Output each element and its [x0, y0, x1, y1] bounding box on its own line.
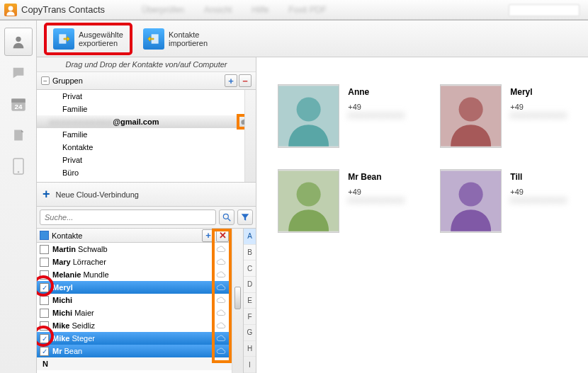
contact-card[interactable]: Meryl+49 0000000000: [440, 84, 581, 148]
titlebar: CopyTrans Contacts ÜberprüfenAnsichtHilf…: [0, 0, 588, 20]
card-name: Anne: [348, 87, 419, 97]
top-search-blurred: [509, 4, 579, 16]
row-checkbox[interactable]: ✓: [40, 283, 49, 292]
cloud-icon: [216, 322, 229, 329]
contact-name: Mike Seidliz: [52, 321, 213, 330]
card-name: Meryl: [510, 87, 581, 97]
group-item[interactable]: Büro: [37, 166, 256, 179]
add-contact-button[interactable]: +: [202, 229, 215, 242]
az-letter[interactable]: I: [244, 357, 256, 373]
contact-name: Mr Bean: [52, 347, 213, 355]
contact-card[interactable]: Mr Bean+49 0000000000: [278, 169, 419, 233]
svg-point-9: [223, 214, 228, 219]
filter-button[interactable]: [237, 210, 253, 225]
import-contacts-button[interactable]: Kontakteimportieren: [137, 25, 214, 52]
delete-group-button[interactable]: −: [239, 74, 251, 87]
contact-row[interactable]: Mike Seidliz: [37, 319, 232, 332]
row-checkbox[interactable]: ✓: [40, 334, 49, 343]
card-phone: +49 0000000000: [510, 188, 581, 205]
delete-contact-button[interactable]: ✕: [216, 229, 229, 242]
search-button[interactable]: [219, 210, 234, 225]
row-checkbox[interactable]: [40, 296, 49, 305]
tab-device[interactable]: [4, 152, 33, 180]
az-letter[interactable]: A: [244, 229, 256, 245]
import-label: Kontakteimportieren: [169, 30, 208, 47]
contact-row[interactable]: Martin Schwalb: [37, 243, 232, 256]
svg-line-10: [228, 219, 231, 222]
svg-point-1: [16, 37, 21, 42]
contact-row[interactable]: Melanie Mundle: [37, 268, 232, 281]
side-panel: Drag und Drop der Kontakte von/auf Compu…: [37, 57, 256, 373]
group-item[interactable]: Familie: [37, 103, 256, 115]
new-cloud-connection-button[interactable]: + Neue Cloud-Verbindung: [37, 182, 256, 206]
contact-row[interactable]: Michi Maier: [37, 306, 232, 319]
yahoo-icon: Y!: [231, 181, 239, 182]
search-input[interactable]: [40, 210, 216, 225]
az-index[interactable]: ABCDEFGHI: [243, 229, 256, 373]
groups-section: − Gruppen + − PrivatFamiliexxxxxxxxxxx@g…: [37, 72, 256, 207]
cloud-icon: [216, 348, 229, 355]
select-all-checkbox[interactable]: [40, 231, 49, 240]
contact-row[interactable]: ✓Mike Steger: [37, 332, 232, 345]
card-name: Till: [510, 172, 581, 182]
contact-row[interactable]: Michi: [37, 294, 232, 306]
tab-notes[interactable]: [4, 121, 33, 149]
card-phone: +49 0000000000: [510, 103, 581, 120]
group-item[interactable]: xxxxxxxxxxx@gmail.com: [37, 115, 256, 128]
tab-contacts[interactable]: [4, 28, 33, 56]
drop-hint: Drag und Drop der Kontakte von/auf Compu…: [37, 57, 256, 72]
row-checkbox[interactable]: [40, 245, 49, 254]
contacts-section: Kontakte + ✕ Martin SchwalbMary Lörrache…: [37, 229, 256, 373]
row-checkbox[interactable]: [40, 270, 49, 280]
row-checkbox[interactable]: [40, 309, 49, 318]
card-phone: +49 0000000000: [348, 188, 419, 205]
contacts-list[interactable]: Kontakte + ✕ Martin SchwalbMary Lörrache…: [37, 229, 232, 373]
app-icon: [4, 4, 17, 16]
az-letter[interactable]: F: [244, 309, 256, 325]
export-selected-button[interactable]: Ausgewählteexportieren: [45, 24, 131, 54]
az-letter[interactable]: E: [244, 293, 256, 309]
contact-name: Mike Steger: [52, 334, 213, 343]
groups-title: Gruppen: [52, 76, 83, 85]
add-group-button[interactable]: +: [225, 74, 237, 87]
tab-messages[interactable]: [4, 59, 33, 87]
groups-scrollbar[interactable]: [244, 90, 256, 182]
tab-calendar[interactable]: 24: [4, 90, 33, 118]
contact-row[interactable]: ✓Meryl: [37, 281, 232, 294]
contacts-scrollbar[interactable]: [232, 229, 243, 373]
az-letter[interactable]: D: [244, 277, 256, 293]
svg-text:24: 24: [14, 103, 22, 110]
plus-icon: +: [43, 187, 50, 202]
contact-card[interactable]: Till+49 0000000000: [440, 169, 581, 233]
group-item[interactable]: Privat: [37, 90, 256, 103]
app-title: CopyTrans Contacts: [21, 4, 105, 15]
groups-list[interactable]: PrivatFamiliexxxxxxxxxxx@gmail.comFamili…: [37, 90, 256, 182]
export-label: Ausgewählteexportieren: [79, 30, 123, 47]
contact-name: Mary Lörracher: [52, 258, 213, 266]
group-item[interactable]: YahooY!: [37, 179, 256, 182]
card-name: Mr Bean: [348, 172, 419, 182]
contact-card[interactable]: Anne+49 0000000000: [278, 84, 419, 148]
az-letter[interactable]: C: [244, 260, 256, 277]
contact-name: Martin Schwalb: [52, 245, 213, 253]
contact-row[interactable]: ✓Mr Bean: [37, 345, 232, 357]
svg-point-6: [17, 171, 19, 173]
group-item[interactable]: Familie: [37, 128, 256, 141]
row-checkbox[interactable]: [40, 258, 49, 267]
collapse-groups-button[interactable]: −: [41, 76, 50, 85]
svg-point-14: [459, 97, 483, 121]
az-letter[interactable]: G: [244, 325, 256, 341]
svg-point-16: [297, 182, 321, 206]
svg-point-12: [297, 97, 321, 121]
contact-row[interactable]: Mary Lörracher: [37, 256, 232, 268]
az-letter[interactable]: H: [244, 341, 256, 357]
export-icon: [53, 28, 74, 50]
row-checkbox[interactable]: [40, 321, 49, 331]
contact-name: Melanie Mundle: [52, 270, 213, 279]
group-item[interactable]: Privat: [37, 154, 256, 166]
search-row: [37, 207, 256, 229]
contacts-title: Kontakte: [52, 231, 82, 240]
row-checkbox[interactable]: ✓: [40, 347, 49, 356]
group-item[interactable]: Kontakte: [37, 141, 256, 154]
az-letter[interactable]: B: [244, 245, 256, 261]
